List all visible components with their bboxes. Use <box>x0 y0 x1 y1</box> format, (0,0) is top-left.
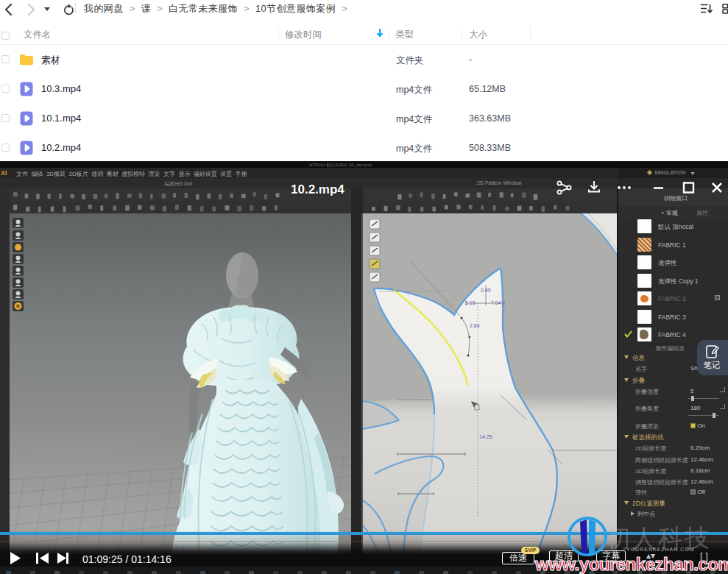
svg-text:7.04: 7.04 <box>491 300 501 305</box>
svg-text:14.25: 14.25 <box>479 434 492 439</box>
svg-text:0.95: 0.95 <box>481 288 491 293</box>
svg-text:2.84: 2.84 <box>470 323 480 328</box>
svg-text:1.15: 1.15 <box>465 300 476 305</box>
